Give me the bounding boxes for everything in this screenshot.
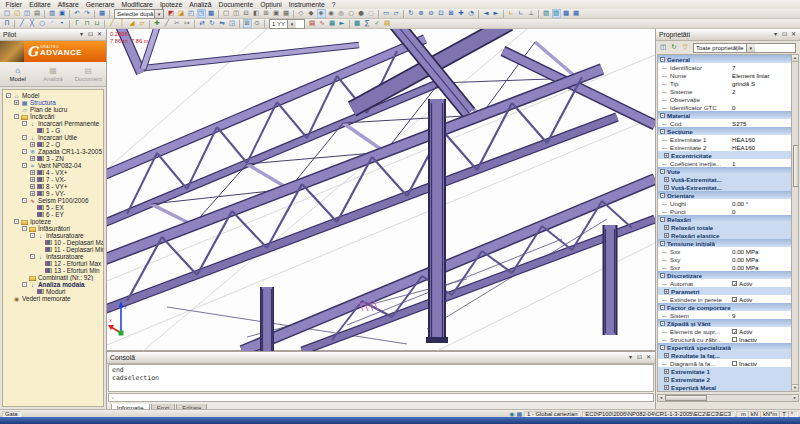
menu-item[interactable]: Editare xyxy=(26,1,55,8)
pilot-tab[interactable]: ⌂ Model xyxy=(0,62,35,86)
toolbar-icon[interactable]: ◌ xyxy=(367,9,376,18)
tree-expander-icon[interactable] xyxy=(22,226,27,231)
tree-expander-icon[interactable] xyxy=(14,114,19,119)
toolbar-icon[interactable]: ⊡ xyxy=(437,9,446,18)
property-row[interactable]: Unghi 0.00 ° xyxy=(658,199,791,207)
toolbar-icon[interactable] xyxy=(293,10,294,18)
toolbar-icon[interactable]: ◧ xyxy=(252,9,261,18)
viewport-3d[interactable]: z x 0.20067.86 m 7.86 m xyxy=(107,29,655,351)
toolbar-icon[interactable]: ▩ xyxy=(207,9,216,18)
property-expander-icon[interactable] xyxy=(660,305,665,310)
toolbar-icon[interactable] xyxy=(14,20,15,28)
status-icon[interactable]: ▦ xyxy=(516,411,522,417)
toolbar-icon[interactable]: ◫ xyxy=(232,9,241,18)
property-row[interactable]: Zăpadă și Vânt xyxy=(658,319,791,327)
property-row[interactable]: General xyxy=(658,55,791,63)
toolbar-icon[interactable] xyxy=(149,20,150,28)
menu-item[interactable]: Instrumente xyxy=(285,1,328,8)
property-expander-icon[interactable] xyxy=(664,185,669,190)
menu-item[interactable]: Afișare xyxy=(54,1,82,8)
toolbar-icon[interactable] xyxy=(378,10,379,18)
property-row[interactable]: Material xyxy=(658,111,791,119)
tree-item[interactable]: Ipoteze xyxy=(3,218,103,225)
toolbar-icon[interactable]: ○ xyxy=(38,19,47,28)
properties-vertical-scrollbar[interactable]: ▲ ▼ xyxy=(791,55,798,391)
tree-item[interactable]: Incarcari Utile xyxy=(3,134,103,141)
close-icon[interactable]: ✕ xyxy=(790,31,797,38)
tree-expander-icon[interactable] xyxy=(14,219,19,224)
toolbar-icon[interactable]: ▣ xyxy=(58,9,67,18)
property-row[interactable]: Element de supr... Activ xyxy=(658,327,791,335)
checkbox-icon[interactable] xyxy=(732,281,737,286)
checkbox-icon[interactable] xyxy=(732,297,737,302)
tree-item[interactable]: 4 - VX+ xyxy=(3,169,103,176)
tree-item[interactable]: Plan de lucru xyxy=(3,106,103,113)
toolbar-icon[interactable]: ↦ xyxy=(183,19,192,28)
tree-expander-icon[interactable] xyxy=(30,170,35,175)
toolbar-icon[interactable]: ▤ xyxy=(383,19,392,28)
toolbar-icon[interactable]: ◎ xyxy=(337,9,346,18)
toolbar-icon[interactable] xyxy=(218,10,219,18)
property-expander-icon[interactable] xyxy=(660,217,665,222)
load-case-combo[interactable]: 1 YY ▾ xyxy=(269,19,305,29)
toolbar-icon[interactable]: ► xyxy=(492,9,501,18)
property-row[interactable]: Structură cu zăbr... Inactiv xyxy=(658,335,791,343)
property-row[interactable]: Extremitate 1 xyxy=(658,367,791,375)
property-row[interactable]: Secțiune xyxy=(658,127,791,135)
properties-toolbar-icon[interactable]: ↻ xyxy=(670,43,679,52)
tree-item[interactable]: Combinații (Nr.: 92) xyxy=(3,274,103,281)
lower-truss[interactable] xyxy=(242,179,655,351)
property-value[interactable]: 1 xyxy=(732,160,735,167)
property-row[interactable]: Diagramă la fa... Inactiv xyxy=(658,359,791,367)
menu-item[interactable]: Opțiuni xyxy=(257,1,286,8)
property-value[interactable]: 0.00 MPa xyxy=(732,248,758,255)
toolbar-icon[interactable]: ✚ xyxy=(153,19,162,28)
toolbar-icon[interactable]: ↶ xyxy=(73,9,82,18)
toolbar-icon[interactable]: ∟ xyxy=(507,9,516,18)
toolbar-icon[interactable]: ∿ xyxy=(318,19,327,28)
property-row[interactable]: Expertiză Metal xyxy=(658,383,791,391)
property-expander-icon[interactable] xyxy=(664,177,669,182)
toolbar-icon[interactable] xyxy=(109,10,110,18)
tree-item[interactable]: 1 - G xyxy=(3,127,103,134)
status-icon[interactable]: ◉ xyxy=(509,411,514,417)
toolbar-icon[interactable]: ↻ xyxy=(208,19,217,28)
toolbar-icon[interactable] xyxy=(478,10,479,18)
toolbar-icon[interactable]: ► xyxy=(338,19,347,28)
property-expander-icon[interactable] xyxy=(664,233,669,238)
tree-expander-icon[interactable] xyxy=(22,121,27,126)
menu-item[interactable]: Documente xyxy=(215,1,257,8)
property-value[interactable]: 0.00 MPa xyxy=(732,264,758,271)
toolbar-icon[interactable] xyxy=(503,10,504,18)
scroll-up-icon[interactable]: ▲ xyxy=(792,55,798,62)
property-row[interactable]: Extindere in perete Activ xyxy=(658,295,791,303)
toolbar-icon[interactable]: ✂ xyxy=(173,19,182,28)
toolbar-icon[interactable]: ⊖ xyxy=(427,9,436,18)
properties-title-bar[interactable]: Proprietăți ▾ ⊡ ✕ xyxy=(656,29,800,41)
property-row[interactable]: Nume Element liniar xyxy=(658,71,791,79)
property-row[interactable]: Relaxări xyxy=(658,215,791,223)
menu-item[interactable]: Modificare xyxy=(118,1,156,8)
tree-expander-icon[interactable] xyxy=(30,156,35,161)
tree-expander-icon[interactable] xyxy=(22,163,27,168)
toolbar-icon[interactable]: ◪ xyxy=(177,9,186,18)
tree-expander-icon[interactable] xyxy=(30,191,35,196)
bracing-rods-lower[interactable] xyxy=(167,219,607,344)
property-expander-icon[interactable] xyxy=(664,153,669,158)
toolbar-icon[interactable]: ◆ xyxy=(307,9,316,18)
toolbar-icon[interactable] xyxy=(104,20,105,28)
property-row[interactable]: Vute xyxy=(658,167,791,175)
toolbar-icon[interactable]: ▦ xyxy=(328,19,337,28)
menu-item[interactable]: Fișier xyxy=(2,1,26,8)
toolbar-icon[interactable]: ∟ xyxy=(517,9,526,18)
property-row[interactable]: Discretizare xyxy=(658,271,791,279)
toolbar-icon[interactable]: Γ xyxy=(73,19,82,28)
toolbar-icon[interactable]: ⊥ xyxy=(527,9,536,18)
toolbar-icon[interactable]: ▦ xyxy=(572,9,581,18)
property-row[interactable]: Extremitate 2 HEA160 xyxy=(658,143,791,151)
toolbar-icon[interactable]: ╱ xyxy=(18,19,27,28)
tree-item[interactable]: Vederi memorate xyxy=(3,295,103,302)
panel-menu-icon[interactable]: ▾ xyxy=(627,354,634,361)
toolbar-icon[interactable]: ● xyxy=(357,9,366,18)
tree-expander-icon[interactable] xyxy=(30,142,35,147)
